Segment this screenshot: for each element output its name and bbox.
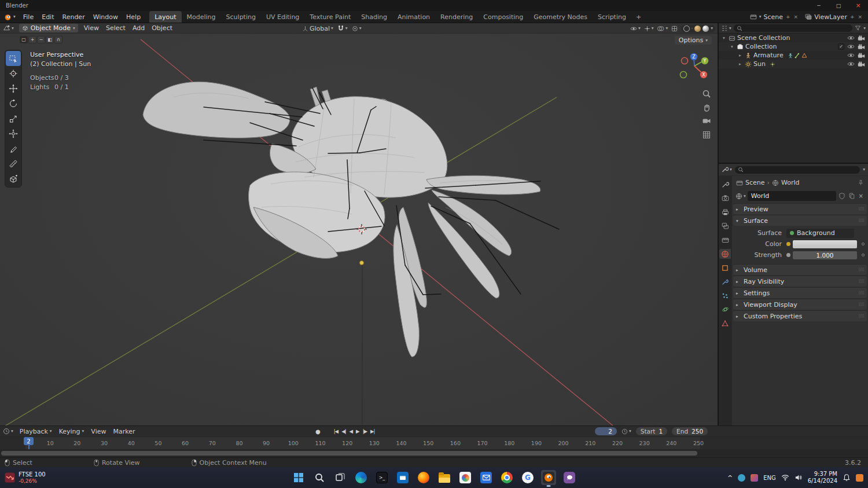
eye-icon[interactable] (847, 53, 855, 58)
workspace-tab-geometry-nodes[interactable]: Geometry Nodes (528, 11, 593, 23)
options-button[interactable]: Options ▾ (675, 36, 712, 45)
breadcrumb-scene[interactable]: Scene (745, 179, 765, 186)
animate-color-dot[interactable] (862, 243, 865, 245)
world-name-field[interactable]: World (748, 191, 836, 201)
select-extend-mode-button[interactable]: + (28, 36, 36, 43)
timeline-scrollbar[interactable] (1, 451, 697, 456)
properties-tab-output[interactable] (719, 207, 731, 217)
workspace-tab-modeling[interactable]: Modeling (182, 11, 221, 23)
gizmos-dropdown[interactable]: ▾ (644, 25, 654, 32)
taskbar-clock[interactable]: 9:37 PM 6/14/2024 (808, 471, 837, 485)
eye-icon[interactable] (847, 35, 855, 41)
snap-magnet-icon[interactable]: ▾ (337, 25, 348, 32)
shading-wireframe-icon[interactable] (683, 25, 690, 32)
surface-shader-dropdown[interactable]: Background (786, 229, 854, 238)
panel-grip-icon[interactable]: ⠿⠿ (858, 291, 864, 296)
store-app-icon[interactable] (395, 470, 410, 485)
wifi-icon[interactable] (781, 474, 789, 481)
menu-window[interactable]: Window (89, 11, 122, 23)
expander-icon[interactable]: ▸ (737, 53, 743, 58)
workspace-tab-animation[interactable]: Animation (392, 11, 435, 23)
filter-icon[interactable] (855, 25, 861, 31)
properties-tab-modifiers[interactable] (719, 277, 731, 287)
scene-selector[interactable]: ▾ Scene + × (748, 12, 801, 21)
properties-tab-object-data[interactable] (719, 318, 731, 328)
viewport-canvas[interactable]: User Perspective (2) Collection | Sun Ob… (0, 34, 718, 425)
animate-strength-dot[interactable] (862, 254, 865, 256)
add-cube-tool[interactable] (6, 171, 21, 186)
outliner-row-armature[interactable]: ▸Armature (719, 51, 868, 60)
previous-keyframe-button[interactable]: ◀| (341, 428, 345, 434)
mail-app-icon[interactable] (479, 470, 494, 485)
editor-type-icon[interactable]: ▾ (0, 428, 16, 435)
taskbar-weather-widget[interactable]: FTSE 100 -0,26% (0, 471, 75, 484)
panel-grip-icon[interactable]: ⠿⠿ (858, 302, 864, 307)
timeline-ruler[interactable]: 1020304050607080901001101201301401501601… (0, 436, 868, 449)
outliner-options-icon[interactable]: ▾ (863, 26, 866, 31)
panel-grip-icon[interactable]: ⠿⠿ (858, 207, 864, 212)
viewport-menu-view[interactable]: View (80, 24, 102, 32)
new-viewlayer-button[interactable]: + (849, 14, 855, 20)
pin-icon[interactable] (858, 179, 864, 186)
close-button[interactable]: × (848, 0, 868, 11)
blender-app-icon[interactable] (541, 470, 556, 485)
panel-grip-icon[interactable]: ⠿⠿ (858, 267, 864, 273)
maximize-button[interactable]: □ (829, 0, 848, 11)
expander-icon[interactable]: ▸ (737, 61, 743, 67)
workspace-tab-sculpting[interactable]: Sculpting (221, 11, 261, 23)
menu-help[interactable]: Help (122, 11, 145, 23)
select-invert-mode-button[interactable]: ◧ (46, 36, 54, 43)
camera-icon[interactable] (858, 61, 865, 67)
properties-tab-scene[interactable] (719, 235, 731, 245)
photos-app-icon[interactable] (458, 470, 473, 485)
search-app-icon[interactable] (312, 470, 327, 485)
workspace-tab-layout[interactable]: Layout (149, 11, 181, 23)
volume-icon[interactable] (795, 474, 803, 481)
workspace-tab-compositing[interactable]: Compositing (478, 11, 528, 23)
viewport-menu-add[interactable]: Add (129, 24, 148, 32)
viewport-menu-select[interactable]: Select (102, 24, 129, 32)
shading-rendered-icon[interactable] (703, 25, 709, 32)
explorer-app-icon[interactable] (437, 470, 452, 485)
properties-filter-icon[interactable]: ▾ (863, 167, 865, 172)
firefox-app-icon[interactable] (416, 470, 431, 485)
blender-logo-icon[interactable]: ▾ (0, 13, 19, 21)
outliner-row-scene-collection[interactable]: ▾Scene Collection (719, 34, 868, 42)
viewport-menu-object[interactable]: Object (148, 24, 176, 32)
camera-icon[interactable] (858, 35, 865, 41)
shading-material-icon[interactable] (694, 25, 701, 32)
navigation-gizmo[interactable]: Z Y X (679, 51, 709, 81)
remove-viewlayer-button[interactable]: × (857, 14, 863, 20)
mode-dropdown[interactable]: Object Mode ▾ (19, 24, 78, 32)
workspace-tab-rendering[interactable]: Rendering (435, 11, 478, 23)
unlink-scene-button[interactable]: × (793, 14, 799, 20)
proportional-editing-icon[interactable]: ▾ (352, 25, 362, 32)
measure-tool[interactable] (6, 156, 21, 171)
playback-sync-icon[interactable]: ▾ (621, 428, 631, 435)
panel-surface[interactable]: ▾ Surface ⠿⠿ (733, 215, 867, 226)
start-app-icon[interactable] (291, 470, 306, 485)
tray-chevron-icon[interactable]: ^ (727, 474, 733, 482)
next-keyframe-button[interactable]: |▶ (363, 428, 367, 434)
workspace-tab-shading[interactable]: Shading (356, 11, 392, 23)
select-intersect-mode-button[interactable]: ∩ (54, 36, 62, 43)
editor-type-icon[interactable]: ▾ (722, 166, 732, 173)
start-frame-field[interactable]: Start 1 (636, 427, 667, 435)
panel-grip-icon[interactable]: ⠿⠿ (858, 314, 864, 319)
scale-tool[interactable] (6, 111, 21, 126)
timeline-menu-view[interactable]: View (87, 428, 109, 435)
editor-type-icon[interactable]: ▾ (721, 25, 731, 32)
playhead-marker[interactable]: 2 (24, 437, 34, 445)
select-box-tool[interactable] (6, 51, 21, 66)
timeline-menu-marker[interactable]: Marker (109, 428, 138, 435)
panel-viewport-display[interactable]: ▸Viewport Display⠿⠿ (733, 299, 867, 310)
world-browse-dropdown[interactable]: ▾ (735, 193, 746, 200)
panel-grip-icon[interactable]: ⠿⠿ (858, 218, 864, 223)
viewlayer-selector[interactable]: ViewLayer + × (803, 12, 865, 21)
select-new-mode-button[interactable]: ▢ (20, 36, 28, 43)
pan-hand-icon[interactable] (702, 103, 711, 112)
rotate-tool[interactable] (6, 96, 21, 111)
chrome-app-icon[interactable] (499, 470, 514, 485)
end-frame-field[interactable]: End 250 (672, 427, 708, 435)
properties-tab-object[interactable] (719, 263, 731, 273)
